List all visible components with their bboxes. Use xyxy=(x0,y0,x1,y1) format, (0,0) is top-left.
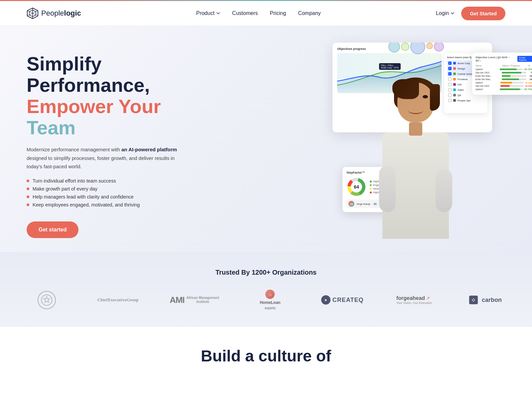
bubble xyxy=(388,43,400,53)
ami-text: AMI xyxy=(170,295,185,305)
hero-image-area: Objectives progress xyxy=(332,33,532,239)
bubble xyxy=(434,43,444,52)
bubble xyxy=(426,43,433,49)
person-head-container xyxy=(394,77,437,126)
forgeahead-container: forgeahead ↗ Your Vision. Our Execution. xyxy=(396,295,433,305)
pipeline-row: Dan the CEO w/ entries xyxy=(475,85,532,87)
color-dot xyxy=(453,67,456,70)
bullet-1: Turn individual effort into team success xyxy=(27,177,186,185)
forgeahead-text: forgeahead ↗ xyxy=(396,295,433,301)
logo-icon xyxy=(27,7,39,19)
login-button[interactable]: Login xyxy=(436,10,455,16)
mouth xyxy=(408,107,423,114)
person-hair-side xyxy=(430,84,440,111)
forgeahead-logo: forgeahead ↗ Your Vision. Our Execution. xyxy=(395,295,435,305)
pipeline-row: Uptech ON TRACK xyxy=(475,88,532,90)
bullet-4: Keep employees engaged, motivated, and t… xyxy=(27,201,186,209)
trusted-title: Trusted By 1200+ Organizations xyxy=(27,269,505,276)
pipeline-date: Objective Level | Q3 2019 → Q1... xyxy=(475,56,517,62)
hero-section: Simplify Performance, Empower Your Team … xyxy=(0,26,532,252)
color-dot xyxy=(453,72,456,75)
carbon-text: carbon xyxy=(482,297,502,304)
stayfactor-score: 64 xyxy=(354,184,359,190)
homeloan-logo: ⌂ HomeLoanexperts xyxy=(250,290,290,310)
progress-bar xyxy=(500,88,520,90)
pipeline-col-headers: Name Status / Progress % xyxy=(475,65,532,67)
person-arm-right xyxy=(436,169,452,212)
checkbox[interactable] xyxy=(448,72,452,75)
checkbox[interactable] xyxy=(448,67,452,70)
ami-full-text: African ManagementInstitute xyxy=(187,296,219,304)
carbon-icon-letter: ◇ xyxy=(472,298,475,302)
pipeline-row: Uptech w/ entries xyxy=(475,81,532,84)
person-body xyxy=(372,76,459,239)
createq-text: CREATEQ xyxy=(332,297,364,304)
bullet-2: Make growth part of every day xyxy=(27,185,186,193)
progress-bar-container xyxy=(500,85,524,87)
progress-bar xyxy=(500,85,510,87)
pipeline-row: Dan the CEO 79% xyxy=(475,71,532,74)
nav-item-product[interactable]: Product xyxy=(196,10,220,16)
chevron-down-icon xyxy=(216,11,220,15)
nav-item-customers[interactable]: Customers xyxy=(232,10,258,16)
get-started-nav-button[interactable]: Get Started xyxy=(461,7,505,20)
bubble-chart xyxy=(388,43,444,53)
pipeline-row: Enter the Man... 14/40 xyxy=(475,75,532,77)
pipeline-row: Enter the Man... 14/20 xyxy=(475,78,532,80)
nav-item-pricing[interactable]: Pricing xyxy=(270,10,286,16)
progress-bar-container xyxy=(500,82,524,83)
checkbox[interactable] xyxy=(448,62,452,65)
bubble xyxy=(401,43,409,51)
pipeline-card: Objective Level | Q3 2019 → Q1... Create… xyxy=(472,53,532,95)
user-avatar: JA xyxy=(348,201,354,207)
pipeline-header: Objective Level | Q3 2019 → Q1... Create… xyxy=(475,56,532,62)
homeloan-container: ⌂ HomeLoanexperts xyxy=(260,290,280,310)
progress-bar-container xyxy=(500,88,522,90)
progress-bar xyxy=(500,82,512,83)
trusted-section: Trusted By 1200+ Organizations ChiefExec… xyxy=(0,252,532,327)
progress-bar xyxy=(500,68,517,70)
person-hair-front-left xyxy=(392,79,419,99)
person-arm-left xyxy=(379,166,396,212)
forgeahead-tagline: Your Vision. Our Execution. xyxy=(396,301,433,305)
eye-right xyxy=(423,95,428,98)
hero-subtitle: Modernize performance management with an… xyxy=(27,145,186,171)
hero-bullets: Turn individual effort into team success… xyxy=(27,177,186,209)
ami-logo: AMI African ManagementInstitute xyxy=(170,295,219,305)
logos-row: ChiefExecutiveGroup AMI African Manageme… xyxy=(27,290,505,310)
progress-bar xyxy=(502,72,521,73)
homeloan-icon: ⌂ xyxy=(265,290,275,299)
pipeline-row: Uptech ON TRACK xyxy=(475,68,532,70)
createq-logo: ● CREATEQ xyxy=(321,295,364,305)
bullet-dot xyxy=(27,180,29,182)
badge-icon xyxy=(41,294,53,306)
arrow-icon: ↗ xyxy=(426,296,430,301)
progress-bar-container xyxy=(502,75,526,77)
progress-bar-container xyxy=(500,68,522,70)
bullet-3: Help managers lead with clarity and conf… xyxy=(27,193,186,201)
home-icon: ⌂ xyxy=(269,292,271,297)
logo[interactable]: Peoplelogic xyxy=(27,7,81,19)
carbon-icon: ◇ xyxy=(469,296,478,304)
logo-text: Peoplelogic xyxy=(41,9,81,18)
progress-bar-container xyxy=(502,78,526,80)
nav-right: Login Get Started xyxy=(436,7,505,20)
chief-executive-group-name: ChiefExecutiveGroup xyxy=(97,297,139,303)
chiefexecutivegroup-logo xyxy=(38,291,56,309)
bullet-dot xyxy=(27,196,29,198)
chevron-down-icon xyxy=(451,11,455,15)
bullet-dot xyxy=(27,188,29,190)
person-image xyxy=(366,72,466,239)
get-started-hero-button[interactable]: Get started xyxy=(27,221,78,238)
main-nav: Peoplelogic Product Customers Pricing Co… xyxy=(0,1,532,26)
build-culture-section: Build a culture of xyxy=(0,327,532,372)
chart-tooltip: FALL / FALLAnita Corp - 67% xyxy=(379,63,401,70)
bubble xyxy=(410,43,425,54)
createq-icon: ● xyxy=(321,295,331,305)
build-culture-title: Build a culture of xyxy=(27,347,505,365)
hero-content: Simplify Performance, Empower Your Team … xyxy=(27,53,186,238)
stayfactor-donut: 64 xyxy=(346,177,366,197)
nav-item-company[interactable]: Company xyxy=(298,10,321,16)
homeloan-text: HomeLoanexperts xyxy=(260,300,280,310)
create-pipeline-button[interactable]: Create Pipeline xyxy=(517,56,532,62)
